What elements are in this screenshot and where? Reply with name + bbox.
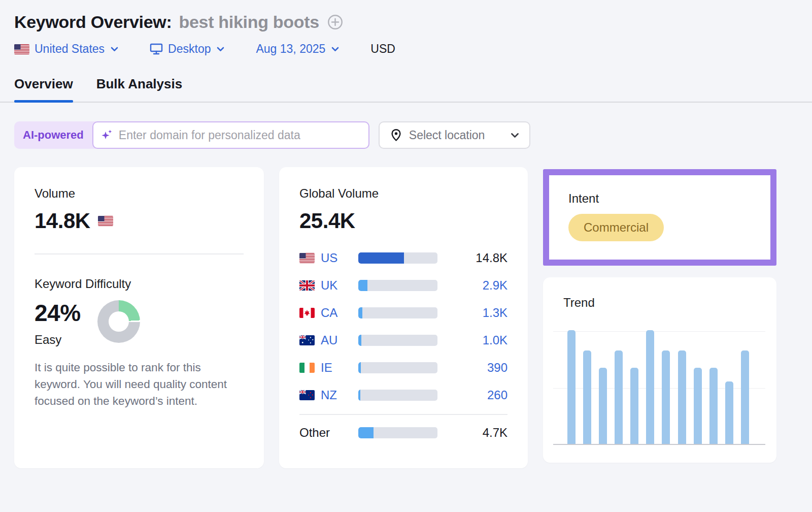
page-title: Keyword Overview: [14,12,172,32]
date-dropdown[interactable]: Aug 13, 2025 [256,42,339,56]
metrics-cards-row: Volume 14.8K Keyword Difficulty 24% Easy… [14,167,798,468]
trend-bar [725,381,733,444]
ai-powered-container: AI-powered [14,121,369,149]
add-keyword-icon[interactable] [327,14,344,30]
country-label[interactable]: IE [321,361,358,375]
volume-value-row: 14.8K [35,209,244,233]
card-divider [299,414,507,415]
date-dropdown-label: Aug 13, 2025 [256,42,325,56]
trend-bar [599,368,607,444]
global-volume-row: US14.8K [299,244,507,272]
trend-bar [646,330,654,444]
volume-card: Volume 14.8K Keyword Difficulty 24% Easy… [14,167,264,468]
page-header: Keyword Overview: best hiking boots [14,12,798,32]
domain-input-container [92,121,369,149]
location-pin-icon [390,129,402,142]
us-flag-icon [98,216,113,226]
other-volume-value: 4.7K [483,426,507,440]
ai-powered-badge: AI-powered [14,129,92,142]
ca-flag-icon [299,308,315,318]
global-volume-rows: US14.8KUK2.9KCA1.3KAU1.0KIE390NZ260 [299,244,507,409]
desktop-icon [150,43,163,55]
country-volume-value[interactable]: 1.0K [483,333,507,347]
select-location-label: Select location [409,129,504,142]
country-label[interactable]: UK [321,278,358,293]
intent-highlight-frame: Intent Commercial [543,169,776,266]
country-dropdown[interactable]: United States [14,42,118,56]
device-dropdown-label: Desktop [168,42,211,56]
trend-bar [567,330,576,444]
chevron-down-icon [111,47,118,52]
country-label[interactable]: NZ [321,388,358,402]
country-volume-value[interactable]: 260 [487,388,507,402]
global-volume-row: IE390 [299,354,507,381]
global-volume-card: Global Volume 25.4K US14.8KUK2.9KCA1.3KA… [279,167,528,468]
domain-input[interactable] [119,129,361,142]
sparkle-icon [100,129,114,141]
keyword-difficulty-description: It is quite possible to rank for this ke… [35,359,240,409]
tabs-bar: OverviewBulk Analysis [14,76,798,103]
uk-flag-icon [299,280,315,291]
trend-title: Trend [563,296,756,310]
country-dropdown-label: United States [35,42,105,56]
country-volume-value[interactable]: 2.9K [483,278,507,293]
chevron-down-icon [331,47,339,52]
chevron-down-icon [511,133,519,138]
global-volume-row: NZ260 [299,381,507,409]
volume-bar [358,252,437,264]
global-volume-title: Global Volume [299,186,507,201]
global-volume-value: 25.4K [299,209,507,233]
right-column: Intent Commercial Trend [543,169,776,463]
volume-bar [358,362,437,373]
country-volume-value: 14.8K [476,251,507,265]
trend-bar [630,368,638,444]
keyword-difficulty-label: Easy [35,333,97,347]
tab-bulk-analysis[interactable]: Bulk Analysis [96,76,183,103]
volume-bar [358,280,437,291]
country-volume-value[interactable]: 390 [487,361,507,375]
intent-badge: Commercial [568,214,664,241]
global-volume-row: CA1.3K [299,299,507,327]
us-flag-icon [299,253,315,263]
keyword-difficulty-donut [97,300,140,343]
filter-bar: United States Desktop Aug 13, 2025 USD [14,42,798,56]
other-label: Other [299,426,358,440]
intent-title: Intent [568,191,751,206]
card-divider [35,253,244,254]
nz-flag-icon [299,390,315,400]
country-label[interactable]: AU [321,333,358,347]
keyword-difficulty-block: 24% Easy [35,299,244,347]
us-flag-icon [14,44,29,54]
country-volume-value[interactable]: 1.3K [483,306,507,320]
currency-label: USD [370,42,395,56]
volume-bar [358,335,437,346]
device-dropdown[interactable]: Desktop [150,42,224,56]
chevron-down-icon [217,47,224,52]
trend-bar [662,350,670,444]
tab-overview[interactable]: Overview [14,76,73,103]
keyword-overview-page: Keyword Overview: best hiking boots Unit… [0,0,812,468]
volume-bar [358,390,437,401]
intent-card: Intent Commercial [549,175,770,260]
trend-bar [741,350,749,444]
volume-title: Volume [35,186,244,201]
volume-value: 14.8K [35,209,90,233]
select-location-button[interactable]: Select location [379,121,531,149]
trend-chart [553,322,765,445]
trend-bar [615,350,623,444]
keyword-text: best hiking boots [179,12,319,32]
global-volume-other-row: Other 4.7K [299,419,507,446]
trend-bar [709,368,718,444]
keyword-difficulty-value: 24% [35,299,97,327]
trend-bar [583,350,591,444]
keyword-difficulty-title: Keyword Difficulty [35,277,244,291]
volume-bar [358,427,437,438]
trend-bar [678,350,686,444]
global-volume-row: UK2.9K [299,272,507,299]
country-label[interactable]: CA [321,306,358,320]
country-label[interactable]: US [321,251,358,265]
trend-card: Trend [543,277,776,463]
au-flag-icon [299,335,315,345]
ie-flag-icon [299,363,315,373]
trend-bar [694,368,702,444]
